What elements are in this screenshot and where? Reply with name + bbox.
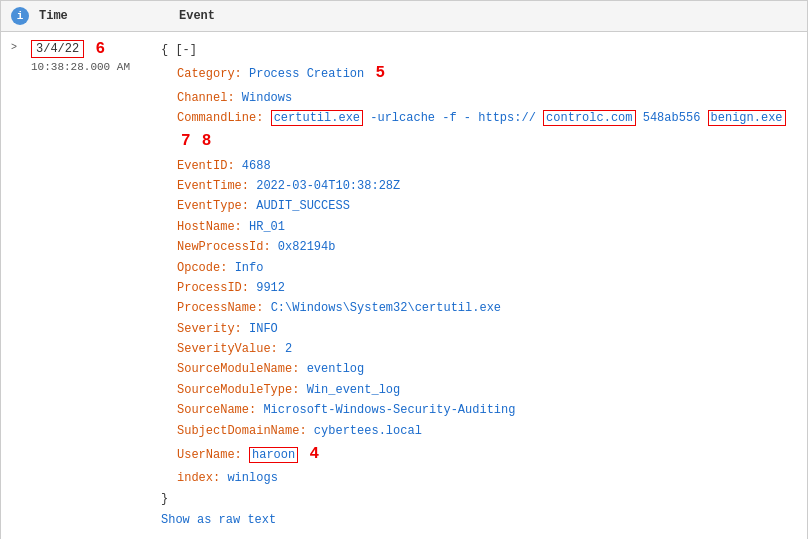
event-index-line: index: winlogs <box>177 468 797 488</box>
eventtype-key: EventType: <box>177 199 249 213</box>
username-highlight: haroon <box>249 447 298 463</box>
processname-value: C:\Windows\System32\certutil.exe <box>271 301 501 315</box>
subjectdomainname-key: SubjectDomainName: <box>177 424 307 438</box>
sourcename-value: Microsoft-Windows-Security-Auditing <box>263 403 515 417</box>
severity-value: INFO <box>249 322 278 336</box>
benign-highlight: benign.exe <box>708 110 786 126</box>
expand-arrow-icon[interactable]: > <box>11 42 17 53</box>
event-eventid-line: EventID: 4688 <box>177 156 797 176</box>
eventtype-value: AUDIT_SUCCESS <box>256 199 350 213</box>
event-severityvalue-line: SeverityValue: 2 <box>177 339 797 359</box>
processid-value: 9912 <box>256 281 285 295</box>
event-severity-line: Severity: INFO <box>177 319 797 339</box>
event-eventtype-line: EventType: AUDIT_SUCCESS <box>177 196 797 216</box>
sourcemodulename-value: eventlog <box>307 362 365 376</box>
processname-key: ProcessName: <box>177 301 263 315</box>
event-eventtime-line: EventTime: 2022-03-04T10:38:28Z <box>177 176 797 196</box>
sourcemoduletype-value: Win_event_log <box>307 383 401 397</box>
channel-key: Channel: <box>177 91 235 105</box>
processid-key: ProcessID: <box>177 281 249 295</box>
newprocessid-value: 0x82194b <box>278 240 336 254</box>
annotation-6: 6 <box>95 40 105 58</box>
table-header: i Time Event <box>1 1 807 32</box>
annotation-4: 4 <box>309 445 319 463</box>
date-badge: 3/4/22 <box>31 40 84 58</box>
category-value: Process Creation <box>249 67 364 81</box>
severityvalue-key: SeverityValue: <box>177 342 278 356</box>
annotation-7: 7 <box>181 132 191 150</box>
main-container: i Time Event > 3/4/22 6 10:38:28.000 AM … <box>0 0 808 539</box>
sourcemodulename-key: SourceModuleName: <box>177 362 299 376</box>
event-channel-line: Channel: Windows <box>177 88 797 108</box>
time-column-header: Time <box>39 9 169 23</box>
severityvalue-value: 2 <box>285 342 292 356</box>
subjectdomainname-value: cybertees.local <box>314 424 422 438</box>
event-opcode-line: Opcode: Info <box>177 258 797 278</box>
eventid-key: EventID: <box>177 159 235 173</box>
newprocessid-key: NewProcessId: <box>177 240 271 254</box>
event-sourcemodulename-line: SourceModuleName: eventlog <box>177 359 797 379</box>
username-key: UserName: <box>177 448 242 462</box>
hostname-value: HR_01 <box>249 220 285 234</box>
annotation-5: 5 <box>375 64 385 82</box>
eventid-value: 4688 <box>242 159 271 173</box>
event-hostname-line: HostName: HR_01 <box>177 217 797 237</box>
sourcemoduletype-key: SourceModuleType: <box>177 383 299 397</box>
event-category-line: Category: Process Creation 5 <box>177 60 797 87</box>
controlc-highlight: controlc.com <box>543 110 635 126</box>
hostname-key: HostName: <box>177 220 242 234</box>
eventtime-value: 2022-03-04T10:38:28Z <box>256 179 400 193</box>
event-open-bracket: { [-] <box>161 40 797 60</box>
commandline-key: CommandLine: <box>177 111 263 125</box>
certutil-highlight: certutil.exe <box>271 110 363 126</box>
index-value: winlogs <box>227 471 277 485</box>
annotation-8: 8 <box>202 132 212 150</box>
show-raw-text-link[interactable]: Show as raw text <box>161 513 276 527</box>
info-icon: i <box>11 7 29 25</box>
expand-column: > <box>11 40 31 531</box>
event-subjectdomainname-line: SubjectDomainName: cybertees.local <box>177 421 797 441</box>
opcode-value: Info <box>235 261 264 275</box>
event-processname-line: ProcessName: C:\Windows\System32\certuti… <box>177 298 797 318</box>
channel-value: Windows <box>242 91 292 105</box>
event-commandline-line: CommandLine: certutil.exe -urlcache -f -… <box>177 108 797 156</box>
raw-text-container: Show as raw text <box>161 509 797 531</box>
event-sourcename-line: SourceName: Microsoft-Windows-Security-A… <box>177 400 797 420</box>
cmdline-middle: -urlcache -f - https:// <box>370 111 536 125</box>
event-processid-line: ProcessID: 9912 <box>177 278 797 298</box>
severity-key: Severity: <box>177 322 242 336</box>
event-column: { [-] Category: Process Creation 5 Chann… <box>161 40 797 531</box>
cmdline-hash: 548ab556 <box>643 111 701 125</box>
event-sourcemoduletype-line: SourceModuleType: Win_event_log <box>177 380 797 400</box>
eventtime-key: EventTime: <box>177 179 249 193</box>
sourcename-key: SourceName: <box>177 403 256 417</box>
opcode-key: Opcode: <box>177 261 227 275</box>
table-row: > 3/4/22 6 10:38:28.000 AM { [-] Categor… <box>1 32 807 539</box>
event-column-header: Event <box>179 9 797 23</box>
event-newprocessid-line: NewProcessId: 0x82194b <box>177 237 797 257</box>
category-key: Category: <box>177 67 242 81</box>
event-username-line: UserName: haroon 4 <box>177 441 797 468</box>
index-key: index: <box>177 471 220 485</box>
event-close-brace: } <box>161 489 797 509</box>
time-column: 3/4/22 6 10:38:28.000 AM <box>31 40 161 531</box>
time-value: 10:38:28.000 AM <box>31 61 161 73</box>
